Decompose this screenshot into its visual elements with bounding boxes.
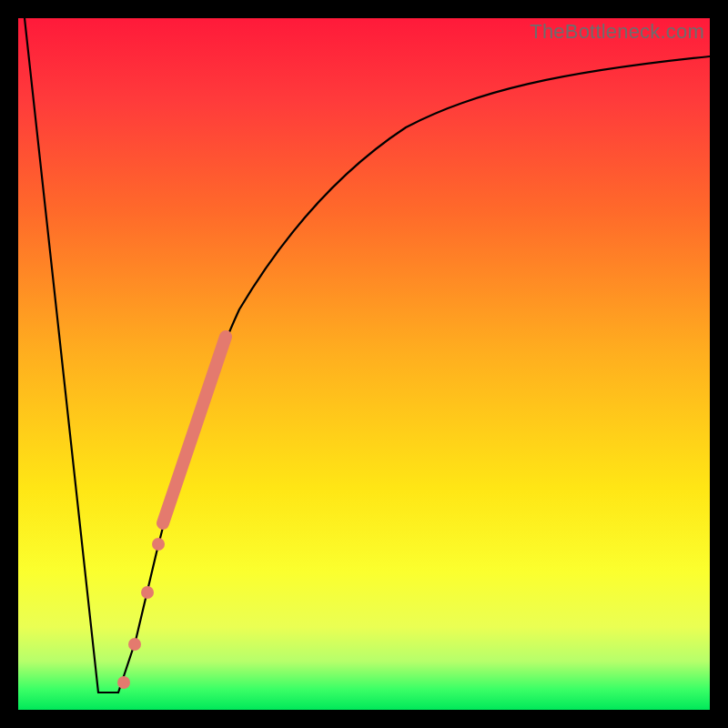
curve-left-descent — [25, 18, 98, 693]
data-point — [141, 586, 154, 599]
plot-area: TheBottleneck.com — [18, 18, 710, 710]
highlight-band — [163, 337, 226, 523]
chart-svg — [18, 18, 710, 710]
data-point — [117, 676, 130, 689]
data-point — [128, 638, 141, 651]
data-point — [152, 538, 165, 551]
chart-frame: TheBottleneck.com — [0, 0, 728, 728]
